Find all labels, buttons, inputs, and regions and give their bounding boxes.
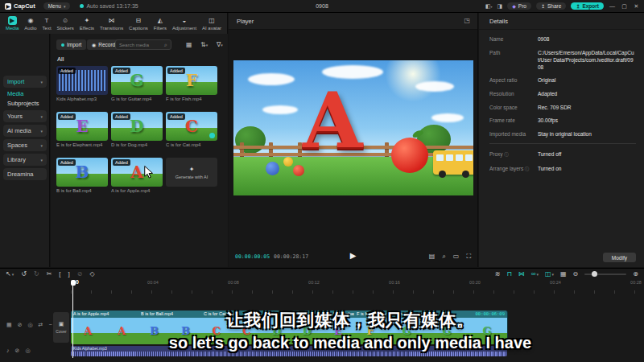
toolbar-tab-media[interactable]: ▶Media [6,16,19,31]
preview-quality-icon[interactable]: ⌕ [442,253,445,261]
menu-button[interactable]: Menu ▾ [43,2,71,10]
cloud-graphic [431,113,464,122]
sidebar-item-label: Yours [7,113,23,120]
toolbar-tab-effects[interactable]: ✦Effects [80,16,94,31]
modify-button[interactable]: Modify [603,253,636,262]
linkage-icon[interactable]: ∞▾ [531,270,539,278]
media-item: CAddedC is for Cat.mp4 [166,112,217,147]
media-item: EAddedE is for Elephant.mp4 [56,112,108,147]
video-thumbnail[interactable]: GAdded [111,66,163,95]
toolbar-tab-label: Text [43,26,52,31]
view-toggle-icon[interactable]: ▦ [186,41,192,48]
video-thumbnail[interactable]: BAdded [56,158,108,187]
toolbar-tab-adjustment[interactable]: ◒Adjustment [172,16,196,31]
preview-axis-icon[interactable]: ◫▾ [545,270,554,278]
frame-compare-icon[interactable]: ▤ [429,253,436,261]
reorder-track-icon[interactable]: ⇄ [39,322,43,328]
toolbar-tab-stickers[interactable]: ☺Stickers [57,16,74,31]
video-preview[interactable]: A [233,60,473,195]
trim-right-icon[interactable]: ] [68,270,70,278]
all-filter-label[interactable]: All [57,56,64,63]
fullscreen-icon[interactable]: ⛶ [466,253,471,261]
video-thumbnail[interactable]: EAdded [56,112,108,141]
sort-icon[interactable]: ⇅▾ [200,41,208,48]
ruler-label: 00:04 [147,280,159,285]
video-thumbnail[interactable]: DAdded [111,112,163,141]
ratio-icon[interactable]: ▭ [453,253,460,261]
undo-icon[interactable]: ↺ [21,270,27,278]
titlebar: ▶ CapCut Menu ▾ Auto saved 13:17:35 0908… [0,0,644,13]
mute-track-icon[interactable]: ⊘ [15,348,20,354]
player-header-label: Player [237,18,254,25]
video-thumbnail[interactable]: CAdded [166,112,217,141]
generate-with-ai-card[interactable]: ✦Generate with AI [166,158,217,187]
video-thumbnail[interactable]: FAdded [166,66,217,95]
mute-track-icon[interactable]: ⊘ [18,322,23,328]
import-button[interactable]: Import [56,39,86,50]
zoom-slider-knob[interactable] [592,271,597,277]
sidebar-item-ai-media[interactable]: AI media▾ [3,125,47,137]
expand-panel-icon[interactable]: ◳ [464,17,470,24]
toolbar-tab-filters[interactable]: ◭Filters [154,16,167,31]
filter-icon[interactable]: ∇▾ [217,41,223,48]
pro-button[interactable]: ◆ Pro [507,2,531,10]
sidebar-item-import[interactable]: Import▾ [3,76,47,88]
export-icon: ↥ [576,3,580,9]
toolbar-tab-text[interactable]: TText [43,16,52,31]
track-options-icon[interactable]: ▦ [6,322,12,328]
ruler-label: 00:12 [308,280,320,285]
export-button[interactable]: ↥ Export [571,2,604,10]
toolbar-tab-transitions[interactable]: ⋈Transitions [100,16,123,31]
zoom-in-icon[interactable]: ⊕ [633,270,638,278]
audio-track-icon[interactable]: ♪ [6,348,10,354]
apple-graphic [391,138,428,173]
search-input[interactable]: Search media ⌕ [115,39,171,50]
toolbar-tab-captions[interactable]: ⊟Captions [129,16,148,31]
chevron-down-icon: ▾ [552,272,555,277]
play-button[interactable]: ▶ [350,251,357,260]
share-button[interactable]: ↥ Share [536,2,566,10]
audio-track-header: ♪⊘◎ [6,348,30,354]
redo-icon[interactable]: ↻ [34,270,39,278]
maximize-button[interactable]: ▢ [621,3,628,10]
trim-left-icon[interactable]: [ [59,270,60,278]
split-icon[interactable]: ✂ [47,270,52,278]
sidebar-item-subprojects[interactable]: Subprojects [3,98,47,109]
sidebar-item-spaces[interactable]: Spaces▾ [3,139,47,151]
sidebar-item-library[interactable]: Library▾ [3,154,47,166]
minimize-button[interactable]: — [609,3,616,9]
auto-snap-icon[interactable]: ⋈ [518,270,525,278]
timeline-zoom-slider[interactable] [584,274,626,275]
hide-track-icon[interactable]: ◎ [25,348,30,354]
sidebar-item-label: Dreamina [7,171,34,178]
chevron-down-icon: ▾ [40,114,43,119]
share-label: Share [547,3,561,9]
magnet-icon[interactable]: ⊓ [506,270,511,278]
hide-track-icon[interactable]: ◎ [28,322,33,328]
text-icon: T [43,16,52,25]
import-icon [61,43,64,47]
audio-thumbnail[interactable]: Added [56,66,108,95]
layers-icon[interactable]: ≋ [495,270,501,278]
media-item-name: B is for Ball.mp4 [56,188,108,193]
keyframe-icon[interactable]: ◇ [90,270,95,278]
sidebar-item-dreamina[interactable]: Dreamina [3,168,47,180]
close-button[interactable]: ✕ [633,3,640,10]
panel-layout-icon[interactable]: ◨ [497,3,503,10]
collapse-track-icon[interactable]: − [48,322,52,328]
select-tool-icon[interactable]: ↖▾ [6,270,14,278]
media-item: FAddedF is for Fish.mp4 [166,66,217,101]
details-row: ResolutionAdapted [489,90,636,97]
generate-label: Generate with AI [175,175,208,179]
sidebar-item-yours[interactable]: Yours▾ [3,110,47,122]
toolbar-tab-audio[interactable]: ◉Audio [24,16,36,31]
player-panel: Player ◳ A 00:00:00:05 00:00:28:17 [229,13,478,267]
toolbar-tab-ai-avatar[interactable]: ◫AI avatar [202,16,221,31]
zoom-fit-icon[interactable]: ▦ [560,270,567,278]
layout-preset-icon[interactable]: ◧▾ [485,3,493,10]
delete-icon[interactable]: ⊘ [77,270,83,278]
diamond-icon: ◆ [512,3,516,9]
zoom-out-icon[interactable]: ⊖ [573,270,579,278]
media-item-name: A is for Apple.mp4 [111,188,163,193]
sidebar-item-label: Subprojects [7,100,39,107]
